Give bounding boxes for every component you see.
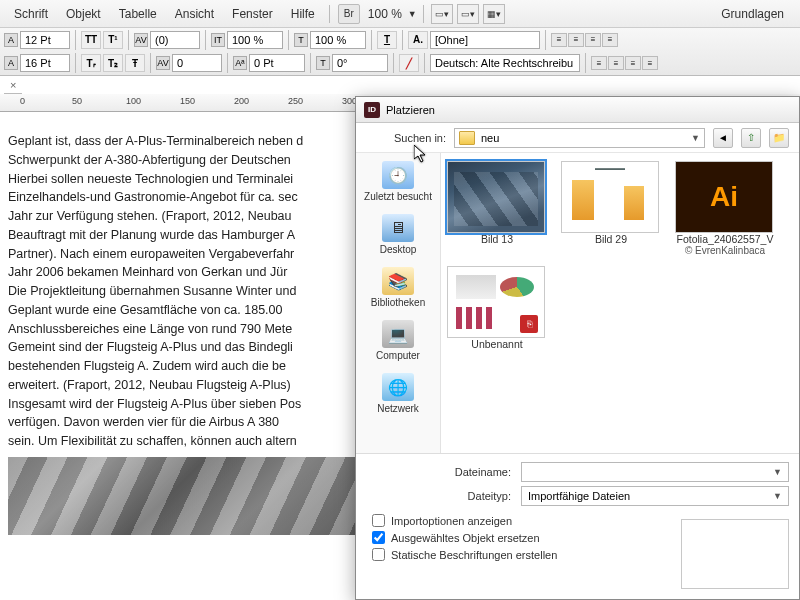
separator — [423, 5, 424, 23]
thumbnail: Ai — [675, 161, 773, 233]
checkbox-label: Ausgewähltes Objekt ersetzen — [391, 532, 540, 544]
file-name: Bild 13 — [447, 233, 547, 245]
view-mode-button[interactable]: ▭▾ — [431, 4, 453, 24]
align-justify-button[interactable]: ≡ — [602, 33, 618, 47]
justify-all-button[interactable]: ≡ — [642, 56, 658, 70]
arrange-button[interactable]: ▦▾ — [483, 4, 505, 24]
thumbnail: ⎘ — [447, 266, 545, 338]
dropdown-arrow-icon[interactable]: ▼ — [408, 9, 417, 19]
place-computer[interactable]: 💻Computer — [356, 318, 440, 367]
place-network[interactable]: 🌐Netzwerk — [356, 371, 440, 420]
align-group-bottom: ≡ ≡ ≡ ≡ — [591, 56, 658, 70]
align-right-button[interactable]: ≡ — [585, 33, 601, 47]
dropdown-arrow-icon: ▼ — [773, 491, 782, 501]
screen-mode-button[interactable]: ▭▾ — [457, 4, 479, 24]
file-item[interactable]: Ai Fotolia_24062557_V © EvrenKalinbaca — [675, 161, 775, 256]
file-item[interactable]: Bild 13 — [447, 161, 547, 256]
place-label: Netzwerk — [377, 403, 419, 414]
place-dialog: ID Platzieren Suchen in: neu ▼ ◄ ⇧ 📁 🕘Zu… — [355, 96, 800, 600]
place-recent[interactable]: 🕘Zuletzt besucht — [356, 159, 440, 208]
menu-objekt[interactable]: Objekt — [58, 3, 109, 25]
folder-icon — [459, 131, 475, 145]
vscale-field[interactable]: 100 % — [310, 31, 366, 49]
ruler-tick: 250 — [288, 96, 303, 106]
up-button[interactable]: ⇧ — [741, 128, 761, 148]
places-bar: 🕘Zuletzt besucht 🖥Desktop 📚Bibliotheken … — [356, 153, 441, 453]
place-libraries[interactable]: 📚Bibliotheken — [356, 265, 440, 314]
file-name: Bild 29 — [561, 233, 661, 245]
file-item[interactable]: ▬▬▬▬▬ Bild 29 — [561, 161, 661, 256]
preview-box — [681, 519, 789, 589]
file-subtitle: © EvrenKalinbaca — [675, 245, 775, 256]
file-item[interactable]: ⎘ Unbenannt — [447, 266, 547, 350]
strikethrough-button[interactable]: Ŧ — [125, 54, 145, 72]
checkbox-label: Importoptionen anzeigen — [391, 515, 512, 527]
filetype-value: Importfähige Dateien — [528, 490, 630, 502]
back-button[interactable]: ◄ — [713, 128, 733, 148]
strokecolor-button[interactable]: ╱ — [399, 54, 419, 72]
place-desktop[interactable]: 🖥Desktop — [356, 212, 440, 261]
folder-combo[interactable]: neu ▼ — [454, 128, 705, 148]
hscale-field[interactable]: 100 % — [227, 31, 283, 49]
menu-hilfe[interactable]: Hilfe — [283, 3, 323, 25]
kerning-icon: AV — [134, 33, 148, 47]
dialog-lower: Dateiname: ▼ Dateityp: Importfähige Date… — [356, 453, 799, 571]
document-tab[interactable]: × — [4, 76, 22, 94]
tracking-field[interactable]: 0 — [172, 54, 222, 72]
vscale-icon: T — [294, 33, 308, 47]
place-label: Zuletzt besucht — [364, 191, 432, 202]
skew-field[interactable]: 0° — [332, 54, 388, 72]
folder-name: neu — [481, 132, 499, 144]
language-select[interactable]: Deutsch: Alte Rechtschreibu — [430, 54, 580, 72]
newfolder-button[interactable]: 📁 — [769, 128, 789, 148]
checkbox-label: Statische Beschriftungen erstellen — [391, 549, 557, 561]
justify-right-button[interactable]: ≡ — [625, 56, 641, 70]
allcaps-button[interactable]: TT — [81, 31, 101, 49]
zoom-level[interactable]: 100 % — [364, 7, 406, 21]
font-icon: A — [4, 33, 18, 47]
smallcaps-button[interactable]: Tᵣ — [81, 54, 101, 72]
menu-ansicht[interactable]: Ansicht — [167, 3, 222, 25]
menu-schrift[interactable]: Schrift — [6, 3, 56, 25]
tab-close-icon[interactable]: × — [10, 79, 16, 91]
menu-bar: Schrift Objekt Tabelle Ansicht Fenster H… — [0, 0, 800, 28]
separator — [329, 5, 330, 23]
superscript-button[interactable]: T¹ — [103, 31, 123, 49]
dropdown-arrow-icon: ▼ — [773, 467, 782, 477]
baseline-field[interactable]: 0 Pt — [249, 54, 305, 72]
ruler-tick: 0 — [20, 96, 25, 106]
bridge-button[interactable]: Br — [338, 4, 360, 24]
justify-left-button[interactable]: ≡ — [591, 56, 607, 70]
dialog-title: Platzieren — [386, 104, 435, 116]
thumbnail — [447, 161, 545, 233]
font-size-field[interactable]: 12 Pt — [20, 31, 70, 49]
align-group-top: ≡ ≡ ≡ ≡ — [551, 33, 618, 47]
hscale-icon: IT — [211, 33, 225, 47]
align-center-button[interactable]: ≡ — [568, 33, 584, 47]
place-label: Computer — [376, 350, 420, 361]
charstyle-icon: A. — [408, 31, 428, 49]
workspace-switcher[interactable]: Grundlagen — [711, 7, 794, 21]
fillcolor-button[interactable]: T — [377, 31, 397, 49]
dropdown-arrow-icon: ▼ — [691, 133, 700, 143]
file-name: Unbenannt — [447, 338, 547, 350]
leading-field[interactable]: 16 Pt — [20, 54, 70, 72]
ruler-tick: 200 — [234, 96, 249, 106]
skew-icon: T — [316, 56, 330, 70]
thumbnail: ▬▬▬▬▬ — [561, 161, 659, 233]
filetype-field[interactable]: Importfähige Dateien▼ — [521, 486, 789, 506]
indesign-icon: ID — [364, 102, 380, 118]
ruler-tick: 50 — [72, 96, 82, 106]
subscript-button[interactable]: T₂ — [103, 54, 123, 72]
menu-fenster[interactable]: Fenster — [224, 3, 281, 25]
charstyle-select[interactable]: [Ohne] — [430, 31, 540, 49]
control-panel: A 12 Pt TT T¹ AV (0) IT 100 % T 100 % T … — [0, 28, 800, 76]
dialog-titlebar[interactable]: ID Platzieren — [356, 97, 799, 123]
align-left-button[interactable]: ≡ — [551, 33, 567, 47]
file-list[interactable]: Bild 13 ▬▬▬▬▬ Bild 29 Ai Fotolia_2406255… — [441, 153, 799, 453]
menu-tabelle[interactable]: Tabelle — [111, 3, 165, 25]
kerning-field[interactable]: (0) — [150, 31, 200, 49]
filename-field[interactable]: ▼ — [521, 462, 789, 482]
justify-center-button[interactable]: ≡ — [608, 56, 624, 70]
ruler-tick: 100 — [126, 96, 141, 106]
